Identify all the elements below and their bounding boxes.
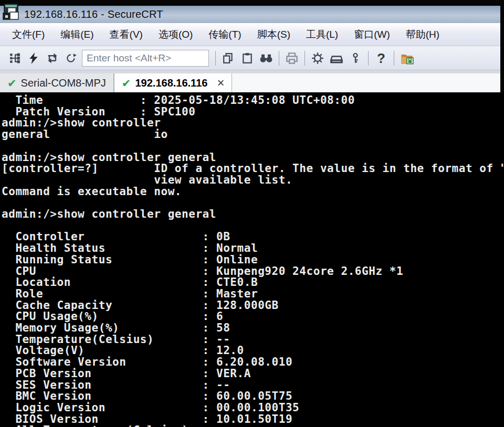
disconnect-icon[interactable]	[62, 49, 81, 68]
ssh-key-icon[interactable]	[346, 49, 365, 68]
paste-icon[interactable]	[238, 49, 257, 68]
toolbar-separator	[215, 51, 216, 66]
options-gear-icon[interactable]	[308, 49, 327, 68]
menu-item[interactable]: 编辑(E)	[52, 28, 101, 41]
menu-item[interactable]: 查看(V)	[102, 28, 151, 41]
menu-item[interactable]: 传输(T)	[201, 28, 249, 41]
securecrt-app-icon	[2, 1, 20, 22]
help-icon[interactable]: ?	[372, 49, 391, 68]
session-connected-icon: ✔	[122, 78, 131, 89]
title-bar[interactable]: 192.168.16.116 - SecureCRT	[0, 6, 504, 23]
session-manager-icon[interactable]	[5, 49, 24, 68]
terminal-area[interactable]: Time : 2025-05-18/13:45:08 UTC+08:00 Pat…	[0, 92, 504, 427]
terminal-screen[interactable]: Time : 2025-05-18/13:45:08 UTC+08:00 Pat…	[0, 92, 504, 427]
host-input[interactable]	[82, 50, 209, 67]
quick-connect-icon[interactable]	[24, 49, 43, 68]
session-tab[interactable]: ✔Serial-COM8-MPJ	[0, 73, 114, 92]
tab-bar: ✔Serial-COM8-MPJ✔192.168.16.116×	[0, 70, 504, 92]
reconnect-icon[interactable]	[43, 49, 62, 68]
window-title: 192.168.16.116 - SecureCRT	[24, 8, 163, 20]
menu-item[interactable]: 帮助(H)	[398, 28, 447, 41]
toolbar-separator	[279, 51, 279, 66]
session-tab[interactable]: ✔192.168.16.116×	[114, 73, 233, 92]
close-tab-icon[interactable]: ×	[217, 77, 224, 89]
find-icon[interactable]	[257, 49, 276, 68]
toolbar-separator	[394, 51, 394, 66]
tab-label: Serial-COM8-MPJ	[21, 77, 106, 89]
toolbar-separator	[304, 51, 305, 66]
window-right-edge	[500, 0, 504, 92]
toolbar-separator	[368, 51, 369, 66]
menu-bar: 文件(F)编辑(E)查看(V)选项(O)传输(T)脚本(S)工具(L)窗口(W)…	[0, 23, 504, 46]
window-top-edge	[0, 0, 504, 6]
securecrt-window: 192.168.16.116 - SecureCRT 文件(F)编辑(E)查看(…	[0, 0, 504, 427]
menu-item[interactable]: 选项(O)	[151, 28, 201, 41]
menu-item[interactable]: 工具(L)	[298, 28, 346, 41]
menu-item[interactable]: 窗口(W)	[346, 28, 398, 41]
file-transfer-icon[interactable]	[397, 49, 416, 68]
toolbar: ?	[0, 46, 504, 70]
copy-icon[interactable]	[219, 49, 238, 68]
keymap-keyboard-icon[interactable]	[327, 49, 346, 68]
print-icon[interactable]	[282, 49, 301, 68]
session-connected-icon: ✔	[7, 78, 17, 89]
tab-label: 192.168.16.116	[135, 77, 207, 89]
menu-item[interactable]: 文件(F)	[4, 28, 52, 41]
menu-item[interactable]: 脚本(S)	[249, 28, 298, 41]
